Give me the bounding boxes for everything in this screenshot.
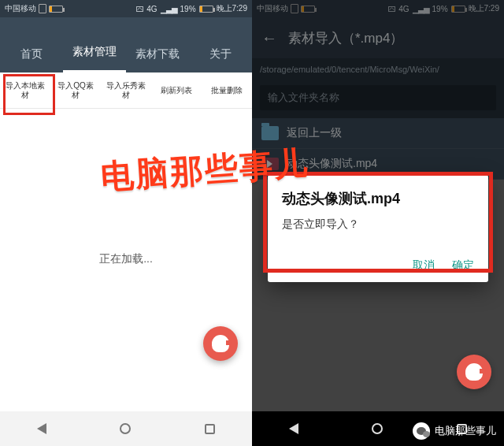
subtab-import-qq[interactable]: 导入QQ素 材 <box>50 72 101 108</box>
nav-home-icon[interactable] <box>372 423 383 434</box>
fab-logo-icon <box>212 335 229 352</box>
wechat-icon <box>413 422 430 440</box>
brand-footer: 电脑那些事儿 <box>413 422 496 440</box>
subtab-batch-delete[interactable]: 批量删除 <box>202 72 252 108</box>
left-screenshot: 中国移动 ⮹ 4G ▁▃▅ 19% 晚上7:29 首页 素材管理 素材下载 关于… <box>0 0 252 446</box>
tab-about[interactable]: 关于 <box>189 38 252 72</box>
subtab-refresh[interactable]: 刷新列表 <box>151 72 202 108</box>
battery-icon-small <box>49 6 63 13</box>
nav-back-icon[interactable] <box>37 423 46 434</box>
tab-material-manage[interactable]: 素材管理 <box>63 35 126 72</box>
nav-recent-icon[interactable] <box>205 424 215 434</box>
fab-button[interactable] <box>203 326 238 361</box>
import-dialog: 动态头像测试.mp4 是否立即导入？ 取消 确定 <box>268 175 488 282</box>
fab-logo-icon <box>465 363 483 381</box>
dialog-title: 动态头像测试.mp4 <box>282 189 474 208</box>
status-bar: 中国移动 ⮹ 4G ▁▃▅ 19% 晚上7:29 <box>0 0 252 17</box>
clock-label: 晚上7:29 <box>217 3 247 14</box>
right-screenshot: 中国移动 ⮹ 4G ▁▃▅ 19% 晚上7:29 ← 素材导入（*.mp4） <box>252 0 504 446</box>
top-tabs: 首页 素材管理 素材下载 关于 <box>0 17 252 72</box>
battery-icon <box>199 6 213 13</box>
tab-material-download[interactable]: 素材下载 <box>126 38 189 72</box>
nav-home-icon[interactable] <box>120 423 131 434</box>
signal-icon: ▁▃▅ <box>161 5 177 13</box>
dialog-message: 是否立即导入？ <box>282 217 474 232</box>
brand-label: 电脑那些事儿 <box>435 424 496 438</box>
wifi-icon: ⮹ <box>136 5 143 13</box>
loading-text: 正在加载... <box>0 252 252 266</box>
carrier-label: 中国移动 <box>5 3 36 14</box>
battery-pct: 19% <box>180 5 196 13</box>
network-label: 4G <box>146 5 157 13</box>
nav-back-icon[interactable] <box>289 423 298 434</box>
subtab-import-lexiu[interactable]: 导入乐秀素 材 <box>101 72 151 108</box>
fab-button[interactable] <box>457 355 491 389</box>
tab-home[interactable]: 首页 <box>0 38 63 72</box>
sim-icon <box>39 4 46 13</box>
dialog-ok-button[interactable]: 确定 <box>452 258 474 273</box>
subtab-import-local[interactable]: 导入本地素 材 <box>0 72 50 108</box>
system-nav-bar <box>0 411 252 446</box>
dialog-cancel-button[interactable]: 取消 <box>413 258 435 273</box>
sub-tabs: 导入本地素 材 导入QQ素 材 导入乐秀素 材 刷新列表 批量删除 <box>0 72 252 109</box>
